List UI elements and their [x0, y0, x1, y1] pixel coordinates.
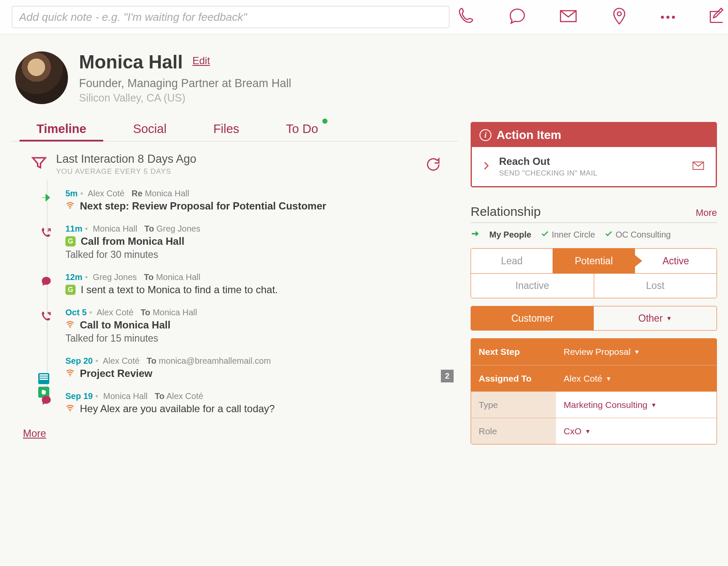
- stage-lost[interactable]: Lost: [594, 274, 717, 298]
- chat-bubble-icon: [37, 391, 55, 409]
- timeline-more-link[interactable]: More: [23, 427, 46, 439]
- source-badge-icon: G: [65, 285, 76, 295]
- info-icon: i: [480, 129, 491, 141]
- call-outbound-icon: [37, 308, 55, 325]
- stage-lead[interactable]: Lead: [471, 249, 553, 273]
- timeline-title: Next step: Review Proposal for Potential…: [80, 200, 326, 212]
- relationship-details: Next Step Review Proposal▼ Assigned To A…: [471, 338, 717, 444]
- contact-name: Monica Hall: [79, 51, 183, 73]
- kv-key-next-step: Next Step: [471, 339, 556, 365]
- type-other[interactable]: Other▼: [594, 306, 717, 330]
- relationship-header: Relationship: [471, 204, 541, 219]
- svg-point-2: [70, 208, 71, 209]
- kv-key-assigned: Assigned To: [471, 365, 556, 391]
- contact-title: Founder, Managing Partner at Bream Hall: [79, 77, 291, 90]
- tab-todo[interactable]: To Do: [286, 117, 318, 141]
- kv-val-type[interactable]: Marketing Consulting▼: [556, 392, 717, 418]
- last-interaction: Last Interaction 8 Days Ago: [56, 153, 196, 166]
- top-bar: [0, 0, 728, 34]
- chat-icon[interactable]: [508, 7, 527, 27]
- mail-icon[interactable]: [559, 7, 578, 27]
- tag-my-people[interactable]: My People: [489, 230, 531, 240]
- contact-header: Monica Hall Edit Founder, Managing Partn…: [0, 34, 728, 113]
- wifi-icon: [65, 201, 75, 212]
- stage-active[interactable]: Active: [635, 249, 717, 273]
- filter-icon[interactable]: [31, 154, 48, 173]
- compose-icon[interactable]: [707, 7, 726, 27]
- todo-indicator-icon: [322, 119, 327, 124]
- action-item-title: Reach Out: [499, 156, 597, 167]
- caret-down-icon: ▼: [651, 402, 657, 408]
- relationship-more-link[interactable]: More: [696, 207, 717, 218]
- interaction-average: YOU AVERAGE EVERY 5 DAYS: [56, 167, 196, 176]
- location-icon[interactable]: [610, 7, 629, 27]
- caret-down-icon: ▼: [634, 348, 640, 355]
- action-item-body[interactable]: Reach Out SEND "CHECKING IN" MAIL: [472, 147, 716, 186]
- quick-note-input[interactable]: [12, 6, 449, 28]
- tab-files[interactable]: Files: [213, 117, 239, 141]
- avatar: [15, 51, 68, 104]
- chevron-right-icon: [481, 161, 491, 173]
- timeline-time: 5m: [65, 189, 78, 198]
- caret-down-icon: ▼: [585, 428, 591, 435]
- contact-location: Silicon Valley, CA (US): [79, 92, 291, 104]
- svg-point-4: [70, 375, 71, 376]
- timeline-item[interactable]: 5m• Alex Coté Re Monica Hall Next step: …: [31, 183, 458, 218]
- tag-oc-consulting[interactable]: OC Consulting: [604, 229, 671, 240]
- caret-down-icon: ▼: [666, 315, 672, 322]
- timeline-list: 5m• Alex Coté Re Monica Hall Next step: …: [31, 179, 458, 421]
- type-customer[interactable]: Customer: [471, 306, 594, 330]
- stage-inactive[interactable]: Inactive: [471, 274, 594, 298]
- tab-social[interactable]: Social: [133, 117, 166, 141]
- refresh-icon[interactable]: [425, 156, 442, 175]
- arrow-right-icon: [37, 189, 55, 207]
- wifi-icon: [65, 403, 75, 414]
- action-item-header: Action Item: [497, 128, 561, 142]
- count-badge: 2: [441, 370, 454, 382]
- arrow-right-icon: [471, 229, 480, 241]
- chat-bubble-icon: [37, 272, 55, 290]
- caret-down-icon: ▼: [606, 375, 612, 382]
- phone-icon[interactable]: [457, 7, 476, 27]
- source-badge-icon: G: [65, 236, 76, 246]
- tag-inner-circle[interactable]: Inner Circle: [541, 229, 595, 240]
- svg-point-5: [70, 410, 71, 412]
- timeline-item[interactable]: Oct 5• Alex Coté To Monica Hall Call to …: [31, 302, 458, 350]
- stage-potential[interactable]: Potential: [553, 249, 635, 273]
- tabs: Timeline Social Files To Do: [11, 117, 458, 142]
- wifi-icon: [65, 320, 75, 331]
- more-icon[interactable]: [661, 7, 675, 27]
- kv-val-assigned[interactable]: Alex Coté▼: [556, 365, 717, 391]
- svg-point-3: [70, 327, 71, 328]
- wifi-icon: [65, 368, 75, 379]
- action-item-card: i Action Item Reach Out SEND "CHECKING I…: [471, 122, 717, 187]
- kv-val-next-step[interactable]: Review Proposal▼: [556, 339, 717, 365]
- kv-key-role: Role: [471, 418, 556, 444]
- call-inbound-icon: [37, 224, 55, 242]
- kv-val-role[interactable]: CxO▼: [556, 418, 717, 444]
- mail-icon[interactable]: [690, 159, 706, 174]
- edit-link[interactable]: Edit: [192, 55, 210, 66]
- topbar-action-icons: [457, 7, 726, 27]
- timeline-item[interactable]: 12m• Greg Jones To Monica Hall G I sent …: [31, 266, 458, 302]
- tab-timeline[interactable]: Timeline: [37, 117, 86, 141]
- svg-point-1: [617, 12, 621, 16]
- timeline-item[interactable]: Sep 20• Alex Coté To monica@breamhallema…: [31, 350, 458, 385]
- timeline-item[interactable]: Sep 19• Monica Hall To Alex Coté Hey Ale…: [31, 385, 458, 421]
- relationship-tags: My People Inner Circle OC Consulting: [471, 223, 717, 248]
- stage-selector: Lead Potential Active Inactive Lost: [471, 248, 717, 298]
- kv-key-type: Type: [471, 392, 556, 418]
- timeline-item[interactable]: 11m• Monica Hall To Greg Jones G Call fr…: [31, 218, 458, 266]
- type-selector: Customer Other▼: [471, 306, 717, 331]
- action-item-subtitle: SEND "CHECKING IN" MAIL: [499, 169, 597, 178]
